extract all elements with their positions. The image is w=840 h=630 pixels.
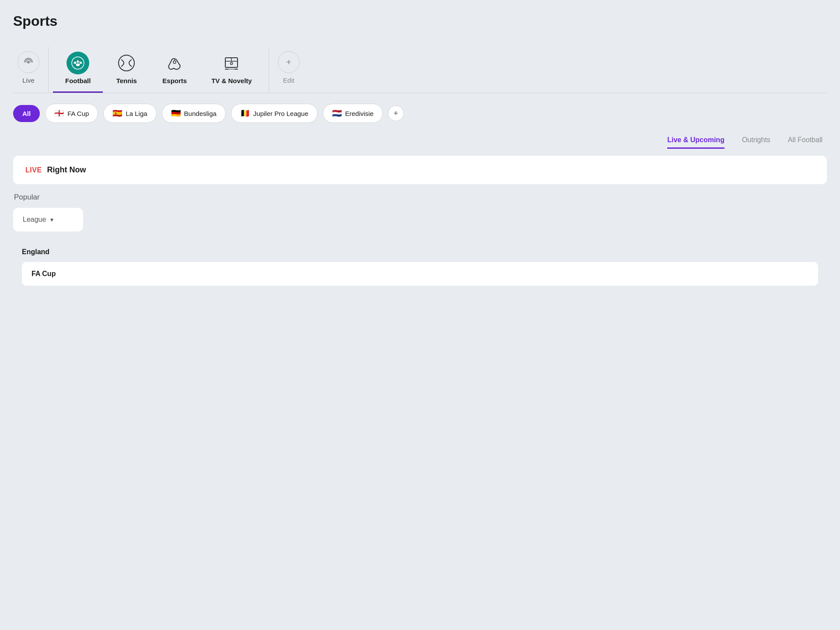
esports-nav-label: Esports: [162, 77, 187, 84]
football-nav-label: Football: [65, 77, 91, 84]
main-content: LIVE Right Now Popular League ▾ England …: [13, 156, 827, 286]
tv-novelty-icon: [220, 52, 243, 74]
live-right-now-text: Right Now: [47, 165, 86, 175]
england-section: England FA Cup: [13, 240, 827, 286]
la-liga-flag: 🇪🇸: [112, 108, 122, 118]
popular-label: Popular: [14, 193, 827, 202]
league-dropdown-label: League: [23, 216, 46, 224]
svg-point-7: [119, 55, 134, 71]
nav-item-tv-novelty[interactable]: TV & Novelty: [199, 47, 264, 93]
filter-all[interactable]: All: [13, 105, 40, 122]
filter-more[interactable]: +: [388, 105, 404, 121]
filter-bundesliga[interactable]: 🇩🇪 Bundesliga: [162, 104, 226, 123]
svg-marker-3: [74, 62, 77, 64]
football-icon: [66, 52, 89, 74]
live-right-now-card[interactable]: LIVE Right Now: [13, 156, 827, 184]
svg-marker-5: [76, 63, 80, 66]
esports-icon: [163, 52, 186, 74]
page-title: Sports: [13, 13, 827, 29]
edit-plus-icon: +: [278, 51, 300, 73]
tab-all-football[interactable]: All Football: [788, 136, 822, 149]
league-dropdown[interactable]: League ▾: [13, 208, 83, 231]
live-badge: LIVE: [25, 166, 42, 174]
sports-nav: Live Football Tennis: [13, 47, 827, 93]
nav-item-esports[interactable]: Esports: [150, 47, 199, 93]
tab-live-upcoming[interactable]: Live & Upcoming: [667, 136, 724, 149]
nav-live[interactable]: Live: [13, 47, 49, 93]
fa-cup-card[interactable]: FA Cup: [22, 262, 818, 286]
svg-point-0: [27, 61, 30, 63]
edit-label: Edit: [283, 77, 294, 84]
svg-marker-4: [79, 62, 82, 64]
filter-fa-cup[interactable]: 🏴󠁧󠁢󠁥󠁮󠁧󠁿 FA Cup: [45, 104, 98, 123]
tab-outrights[interactable]: Outrights: [742, 136, 770, 149]
svg-marker-6: [77, 60, 79, 63]
live-icon: [18, 51, 39, 73]
fa-cup-flag: 🏴󠁧󠁢󠁥󠁮󠁧󠁿: [54, 108, 64, 118]
nav-item-tennis[interactable]: Tennis: [103, 47, 150, 93]
eredivisie-flag: 🇳🇱: [332, 108, 342, 118]
england-label: England: [22, 248, 818, 256]
filter-la-liga[interactable]: 🇪🇸 La Liga: [103, 104, 156, 123]
svg-point-8: [173, 61, 176, 63]
tennis-nav-label: Tennis: [116, 77, 137, 84]
nav-item-football[interactable]: Football: [53, 47, 103, 93]
tennis-icon: [115, 52, 138, 74]
dropdown-arrow-icon: ▾: [50, 216, 53, 223]
nav-edit[interactable]: + Edit: [269, 47, 308, 93]
nav-live-label: Live: [22, 77, 35, 84]
content-tabs: Live & Upcoming Outrights All Football: [13, 136, 827, 149]
league-filter: All 🏴󠁧󠁢󠁥󠁮󠁧󠁿 FA Cup 🇪🇸 La Liga 🇩🇪 Bundesl…: [13, 104, 827, 123]
jupiler-flag: 🇧🇪: [240, 108, 250, 118]
filter-jupiler[interactable]: 🇧🇪 Jupiler Pro League: [231, 104, 318, 123]
bundesliga-flag: 🇩🇪: [171, 108, 181, 118]
svg-point-13: [231, 63, 233, 65]
filter-eredivisie[interactable]: 🇳🇱 Eredivisie: [323, 104, 383, 123]
tv-novelty-nav-label: TV & Novelty: [211, 77, 252, 84]
